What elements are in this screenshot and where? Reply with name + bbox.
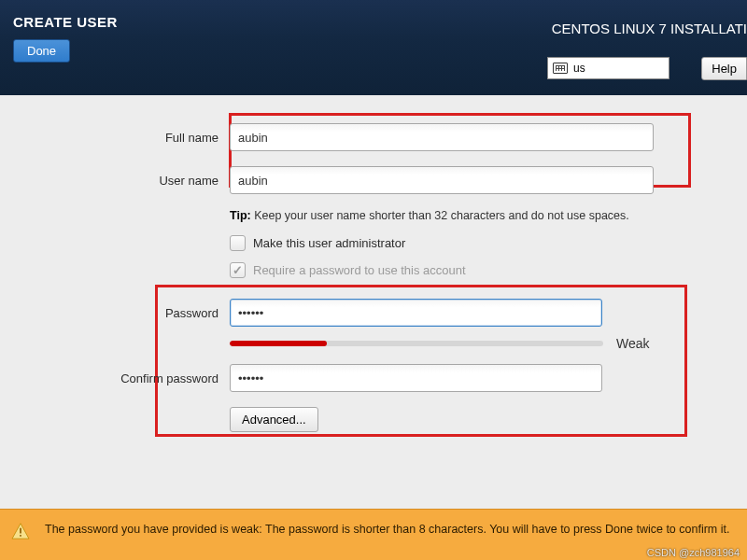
help-button[interactable]: Help [701,57,747,80]
password-strength-row: Weak [230,336,747,351]
require-password-row: Require a password to use this account [230,262,747,278]
done-button[interactable]: Done [13,39,70,63]
password-strength-label: Weak [616,336,650,351]
keyboard-layout-selector[interactable]: us [547,57,669,79]
header-bar: CREATE USER CENTOS LINUX 7 INSTALLATI Do… [0,0,747,95]
confirm-password-label: Confirm password [78,371,230,385]
user-name-input[interactable] [230,166,654,194]
full-name-input[interactable] [230,123,654,151]
create-user-form: Full name User name Tip: Keep your user … [0,101,747,432]
advanced-button[interactable]: Advanced... [230,407,318,432]
password-label: Password [78,306,230,320]
confirm-password-input[interactable] [230,364,602,392]
password-strength-fill [230,341,327,346]
svg-rect-0 [20,528,21,534]
keyboard-icon [553,63,568,74]
admin-checkbox[interactable] [230,235,246,251]
warning-icon [11,523,30,539]
admin-checkbox-label: Make this user administrator [253,236,405,250]
require-password-label: Require a password to use this account [253,263,466,277]
tip-text: Keep your user name shorter than 32 char… [251,209,629,222]
password-input[interactable] [230,299,602,327]
password-strength-meter [230,341,603,346]
admin-checkbox-row[interactable]: Make this user administrator [230,235,747,251]
require-password-checkbox [230,262,246,278]
svg-rect-1 [20,535,21,537]
tip-prefix: Tip: [230,209,251,222]
user-name-label: User name [78,174,230,188]
warning-infobar: The password you have provided is weak: … [0,509,747,560]
keyboard-layout-label: us [573,62,585,75]
watermark: CSDN @zch981964 [647,547,740,558]
full-name-label: Full name [78,131,230,145]
warning-message: The password you have provided is weak: … [45,523,729,536]
username-tip: Tip: Keep your user name shorter than 32… [230,209,747,222]
distro-title: CENTOS LINUX 7 INSTALLATI [552,21,747,36]
